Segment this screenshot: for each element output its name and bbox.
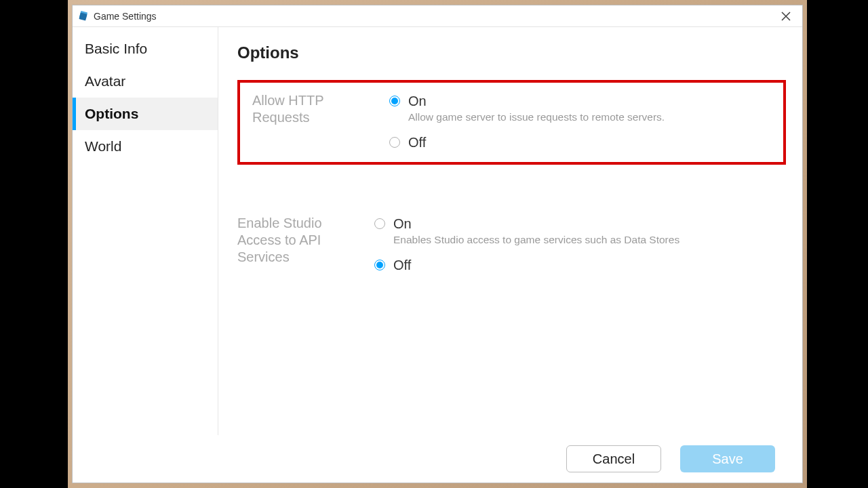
sidebar-item-label: World: [85, 138, 121, 155]
dialog-footer: Cancel Save: [73, 435, 802, 483]
radio-label: Off: [408, 134, 426, 151]
setting-label: Enable Studio Access to API Services: [237, 215, 374, 266]
close-button[interactable]: [776, 7, 795, 26]
radio-option-http-on[interactable]: On Allow game server to issue requests t…: [389, 92, 665, 131]
button-label: Cancel: [593, 451, 635, 467]
content-area: Options Allow HTTP Requests On Allow gam…: [218, 27, 802, 483]
radio-text: Off: [408, 134, 426, 151]
title-left: Game Settings: [78, 11, 157, 22]
setting-studio-access: Enable Studio Access to API Services On …: [237, 203, 786, 289]
radio-option-studio-on[interactable]: On Enables Studio access to game service…: [374, 215, 679, 253]
radio-button-icon[interactable]: [374, 218, 385, 229]
app-icon: [78, 11, 89, 22]
highlight-box: Allow HTTP Requests On Allow game server…: [237, 80, 786, 165]
sidebar-item-basic-info[interactable]: Basic Info: [73, 33, 218, 65]
radio-text: On Enables Studio access to game service…: [393, 215, 679, 253]
setting-label: Allow HTTP Requests: [252, 92, 389, 126]
dialog-body: Basic Info Avatar Options World Options …: [73, 27, 802, 483]
radio-button-icon[interactable]: [374, 260, 385, 270]
sidebar-item-label: Basic Info: [85, 41, 147, 57]
title-bar: Game Settings: [73, 5, 802, 27]
sidebar-item-label: Avatar: [85, 73, 125, 89]
sidebar-item-label: Options: [85, 106, 138, 122]
sidebar-item-options[interactable]: Options: [73, 98, 218, 130]
radio-label: Off: [393, 256, 411, 274]
radio-group-studio: On Enables Studio access to game service…: [374, 215, 679, 277]
window-title: Game Settings: [94, 11, 157, 22]
radio-option-studio-off[interactable]: Off: [374, 256, 679, 274]
radio-text: Off: [393, 256, 411, 274]
sidebar-item-avatar[interactable]: Avatar: [73, 65, 218, 98]
save-button[interactable]: Save: [680, 445, 775, 472]
setting-http-requests: Allow HTTP Requests On Allow game server…: [240, 92, 783, 154]
radio-option-http-off[interactable]: Off: [389, 134, 665, 151]
radio-label: On: [408, 92, 665, 110]
radio-text: On Allow game server to issue requests t…: [408, 92, 665, 131]
radio-group-http: On Allow game server to issue requests t…: [389, 92, 665, 154]
button-label: Save: [712, 451, 743, 467]
radio-button-icon[interactable]: [389, 96, 400, 106]
cancel-button[interactable]: Cancel: [566, 445, 661, 472]
radio-description: Enables Studio access to game services s…: [393, 233, 679, 247]
radio-label: On: [393, 215, 679, 232]
radio-button-icon[interactable]: [389, 137, 400, 148]
game-settings-dialog: Game Settings Basic Info Avatar Options …: [72, 5, 803, 483]
sidebar-item-world[interactable]: World: [73, 130, 218, 163]
page-title: Options: [237, 43, 786, 62]
radio-description: Allow game server to issue requests to r…: [408, 110, 665, 124]
sidebar: Basic Info Avatar Options World: [73, 27, 218, 483]
